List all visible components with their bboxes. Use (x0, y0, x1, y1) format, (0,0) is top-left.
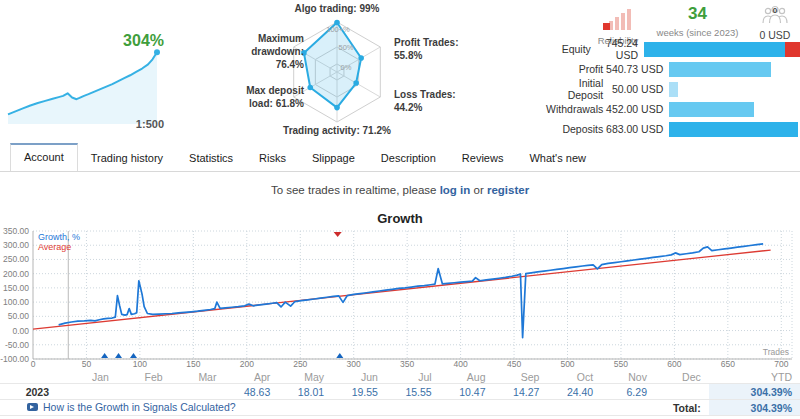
legend-growth: Growth, % (38, 232, 80, 242)
sparkline-end-dot (154, 49, 160, 55)
tab-statistics[interactable]: Statistics (176, 146, 246, 171)
fund-value: 683.00 USD (603, 123, 669, 135)
svg-text:100: 100 (133, 359, 147, 369)
radar-axis-label: Algo trading: 99% (237, 2, 437, 15)
radar-axis-label: Maximum drawdown: 76.4% (225, 32, 304, 71)
fund-bar (669, 62, 800, 77)
ytd-value: 304.39% (709, 384, 800, 400)
growth-chart-title: Growth (0, 211, 800, 226)
svg-text:300.00: 300.00 (3, 240, 29, 250)
fund-bar (669, 82, 800, 97)
month-header: May (278, 370, 332, 384)
growth-line (59, 244, 763, 338)
svg-text:-50.00: -50.00 (5, 340, 29, 350)
svg-text:250.00: 250.00 (3, 254, 29, 264)
notice-or: or (470, 184, 487, 196)
svg-text:350: 350 (400, 359, 414, 369)
withdrawal-marker (334, 232, 342, 237)
login-link[interactable]: log in (440, 184, 471, 196)
distribution-radar-chart: 100+%50%0% Algo trading: 99%Profit Trade… (225, 2, 460, 142)
deposit-marker (130, 353, 137, 358)
svg-text:50.00: 50.00 (8, 311, 30, 321)
fund-label: Deposits (545, 123, 603, 135)
fund-bar-red-cap (785, 42, 800, 57)
svg-text:400: 400 (454, 359, 468, 369)
svg-text:0.00: 0.00 (12, 326, 29, 336)
fund-bar (669, 122, 800, 137)
svg-text:150: 150 (186, 359, 200, 369)
leverage-value: 1:500 (136, 118, 164, 130)
fund-value: 540.73 USD (603, 63, 669, 75)
tab-risks[interactable]: Risks (246, 146, 299, 171)
tab-trading-history[interactable]: Trading history (78, 146, 176, 171)
tab-bar: AccountTrading historyStatisticsRisksSli… (0, 145, 800, 172)
total-label: Total: (655, 400, 709, 416)
total-value: 304.39% (709, 400, 800, 416)
radar-polygon (304, 23, 361, 108)
table-header-row: JanFebMarAprMayJunJulAugSepOctNovDecYTD (0, 370, 800, 384)
table-row: 202348.6318.0119.5515.5510.4714.2724.406… (0, 384, 800, 400)
radar-ring-label: 0% (341, 63, 352, 72)
notice-text: To see trades in realtime, please log in… (0, 184, 800, 196)
month-header: Oct (547, 370, 601, 384)
radar-axis-label: Trading activity: 71.2% (237, 124, 437, 137)
svg-text:300: 300 (347, 359, 361, 369)
month-header: Jul (386, 370, 440, 384)
svg-text:600: 600 (667, 359, 681, 369)
month-value (63, 384, 117, 400)
growth-help-link[interactable]: How is the Growth in Signals Calculated? (43, 401, 236, 413)
svg-text:0: 0 (31, 359, 36, 369)
reliability-bars-icon (603, 8, 633, 30)
svg-text:200.00: 200.00 (3, 269, 29, 279)
fund-label: Withdrawals (545, 103, 603, 115)
fund-row: Withdrawals452.00 USD (545, 99, 800, 119)
ytd-header: YTD (709, 370, 800, 384)
radar-axis-label: Loss Trades: 44.2% (394, 88, 460, 114)
average-line (33, 250, 771, 329)
svg-text:650: 650 (721, 359, 735, 369)
month-header: Aug (440, 370, 494, 384)
month-header: Dec (655, 370, 709, 384)
tab-slippage[interactable]: Slippage (299, 146, 368, 171)
fund-row: Profit540.73 USD (545, 59, 800, 79)
growth-help: How is the Growth in Signals Calculated? (27, 401, 236, 413)
month-value: 6.29 (601, 384, 655, 400)
tab-description[interactable]: Description (368, 146, 449, 171)
svg-text:50: 50 (82, 359, 92, 369)
tab-reviews[interactable]: Reviews (449, 146, 517, 171)
radar-svg: 100+%50%0% (225, 2, 460, 142)
radar-ring-label: 100+% (326, 25, 350, 34)
weeks-count: 34 (650, 4, 745, 24)
growth-sparkline-chart: 304% 1:500 (2, 6, 170, 138)
month-value: 24.40 (547, 384, 601, 400)
radar-axis-label: Profit Trades: 55.8% (394, 36, 460, 62)
month-header: Jun (332, 370, 386, 384)
subscribers-icon: 0 (760, 5, 790, 25)
register-link[interactable]: register (487, 184, 529, 196)
tab-what-s-new[interactable]: What's new (516, 146, 599, 171)
legend-average: Average (38, 242, 71, 252)
weeks-label: weeks (since 2023) (650, 27, 745, 38)
radar-ring-label: 50% (338, 43, 353, 52)
subscribers-indicator: 0 0 USD (750, 5, 800, 41)
notice-prefix: To see trades in realtime, please (271, 184, 440, 196)
fund-row: Equity745.24 USD (545, 39, 800, 59)
fund-row: Deposits683.00 USD (545, 119, 800, 139)
svg-text:500: 500 (560, 359, 574, 369)
month-header: Feb (117, 370, 171, 384)
fund-bar (669, 102, 800, 117)
svg-text:100.00: 100.00 (3, 297, 29, 307)
fund-row: Initial Deposit50.00 USD (545, 79, 800, 99)
growth-chart: 350.00300.00250.00200.00150.00100.0050.0… (0, 226, 800, 370)
deposit-marker (336, 353, 343, 358)
month-value: 15.55 (386, 384, 440, 400)
radar-axis-label: Max deposit load: 61.8% (225, 84, 304, 110)
tab-account[interactable]: Account (10, 143, 78, 171)
svg-text:450: 450 (507, 359, 521, 369)
month-header: Mar (171, 370, 225, 384)
month-value: 19.55 (332, 384, 386, 400)
subscribers-count-text: 0 (773, 6, 778, 15)
svg-text:150.00: 150.00 (3, 283, 29, 293)
deposit-marker (101, 353, 108, 358)
month-header: Jan (63, 370, 117, 384)
